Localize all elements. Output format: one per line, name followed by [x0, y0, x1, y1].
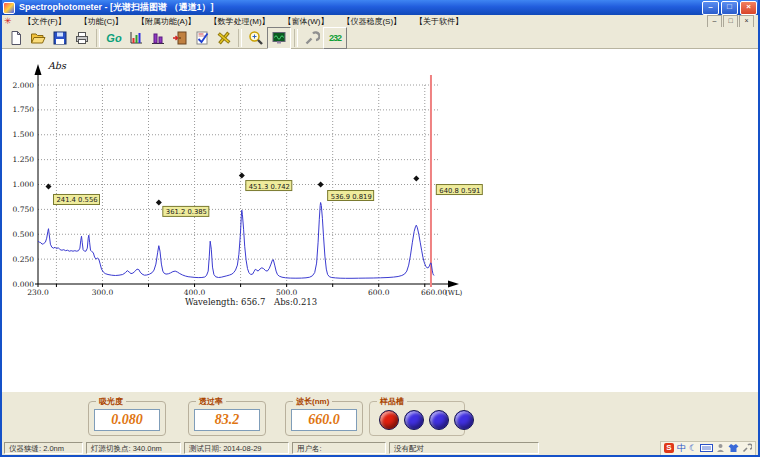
- menu-about[interactable]: 【关于软件】: [408, 16, 470, 27]
- wavelength-field: 660.0: [291, 409, 357, 431]
- zoom-magnifier-icon: [248, 30, 264, 46]
- menu-function[interactable]: 【功能(C)】: [73, 16, 130, 27]
- y-tick-label: 0.750: [13, 205, 35, 214]
- open-file-button[interactable]: [27, 28, 49, 48]
- close-button[interactable]: ×: [740, 1, 757, 15]
- wavelength-value: 660.0: [308, 412, 340, 428]
- absorbance-field: 0.080: [94, 409, 160, 431]
- status-username: 用户名:: [292, 442, 386, 454]
- save-button[interactable]: [49, 28, 71, 48]
- absorbance-value: 0.080: [111, 412, 143, 428]
- menu-auxiliary[interactable]: 【附属功能(A)】: [130, 16, 203, 27]
- language-tray: S 中 ☾: [660, 441, 756, 456]
- menu-math[interactable]: 【数学处理(M)】: [203, 16, 277, 27]
- go-icon: Go: [106, 32, 121, 44]
- mdi-child-icon: ✳: [4, 16, 12, 26]
- x-tick-label: 660.00: [421, 288, 447, 297]
- toolbar-separator: [238, 29, 242, 47]
- y-tick-label: 2.000: [13, 81, 35, 90]
- rs232-button[interactable]: 232: [323, 27, 347, 49]
- histogram-button[interactable]: [125, 28, 147, 48]
- minimize-button[interactable]: –: [702, 1, 719, 15]
- window-title: Spectrophotometer - [光谱扫描图谱 （通道1）]: [19, 1, 214, 14]
- save-floppy-icon: [52, 30, 68, 46]
- menu-instrument-stability[interactable]: 【仪器稳度(S)】: [335, 16, 408, 27]
- settings-button[interactable]: [301, 28, 323, 48]
- peak-label: 536.9 0.819: [331, 193, 372, 201]
- exit-button[interactable]: [169, 28, 191, 48]
- wavelength-label: 波长(nm): [293, 396, 332, 407]
- title-bar: Spectrophotometer - [光谱扫描图谱 （通道1）] – □ ×: [0, 0, 760, 15]
- printer-icon: [74, 30, 90, 46]
- display-button[interactable]: [267, 27, 291, 49]
- exit-door-icon: [172, 30, 188, 46]
- peak-marker: [239, 173, 245, 179]
- status-test-date: 测试日期: 2014-08-29: [184, 442, 289, 454]
- x-tick-label: 230.0: [27, 288, 49, 297]
- absorbance-label: 吸光度: [96, 396, 126, 407]
- cursor-wavelength-readout: Wavelength: 656.7: [185, 297, 265, 307]
- menu-file[interactable]: 【文件(F)】: [17, 16, 73, 27]
- print-button[interactable]: [71, 28, 93, 48]
- zoom-button[interactable]: [245, 28, 267, 48]
- rs232-icon: 232: [329, 33, 341, 43]
- histogram-icon: [128, 30, 144, 46]
- display-screen-icon: [271, 30, 287, 46]
- wrench-icon: [304, 30, 320, 46]
- sample-cell-label: 样品槽: [377, 396, 407, 407]
- spectrum-curve: [38, 203, 434, 279]
- sample-slot-4[interactable]: [454, 410, 474, 430]
- spectrum-chart: 2.0001.7501.5001.2501.0000.7500.5000.250…: [2, 49, 758, 392]
- verify-button[interactable]: [191, 28, 213, 48]
- new-file-button[interactable]: [5, 28, 27, 48]
- keyboard-icon[interactable]: [700, 443, 713, 453]
- chinese-mode-icon[interactable]: 中: [677, 443, 686, 454]
- sample-slot-1[interactable]: [379, 410, 399, 430]
- y-tick-label: 1.000: [13, 180, 35, 189]
- toolbar-separator: [96, 29, 100, 47]
- sogou-icon[interactable]: S: [664, 443, 674, 453]
- y-tick-label: 0.500: [13, 230, 35, 239]
- x-axis-arrow: [448, 281, 459, 288]
- calibration-button[interactable]: [213, 28, 235, 48]
- person-icon[interactable]: [716, 443, 725, 453]
- cursor-abs-readout: Abs:0.213: [273, 297, 317, 307]
- x-tick-label: 400.0: [184, 288, 206, 297]
- y-axis-title: Abs: [47, 60, 67, 71]
- peak-marker: [413, 176, 419, 182]
- peak-label: 241.4 0.556: [56, 196, 97, 204]
- wrench-icon[interactable]: [742, 443, 752, 453]
- peak-label: 451.3 0.742: [249, 183, 290, 191]
- status-slit: 仪器狭缝: 2.0nm: [4, 442, 83, 454]
- calibration-cross-icon: [216, 30, 232, 46]
- sample-slot-row: [379, 410, 474, 430]
- absorbance-group: 吸光度 0.080: [88, 401, 166, 436]
- bar-chart-button[interactable]: [147, 28, 169, 48]
- sample-cell-group: 样品槽: [369, 401, 465, 436]
- wavelength-group: 波长(nm) 660.0: [285, 401, 363, 436]
- restore-button[interactable]: □: [721, 1, 738, 15]
- transmittance-value: 83.2: [215, 412, 240, 428]
- menu-window[interactable]: 【窗体(W)】: [277, 16, 336, 27]
- x-tick-label: 600.0: [368, 288, 390, 297]
- bar-chart-icon: [150, 30, 166, 46]
- x-tick-label: 300.0: [92, 288, 114, 297]
- new-file-icon: [8, 30, 24, 46]
- peak-marker: [156, 199, 162, 205]
- sample-slot-2[interactable]: [404, 410, 424, 430]
- transmittance-group: 透过率 83.2: [188, 401, 266, 436]
- y-tick-label: 1.500: [13, 130, 35, 139]
- y-tick-label: 0.250: [13, 255, 35, 264]
- toolbar: Go 232: [2, 27, 758, 49]
- sample-slot-3[interactable]: [429, 410, 449, 430]
- moon-icon[interactable]: ☾: [689, 443, 697, 454]
- y-tick-label: 1.750: [13, 105, 35, 114]
- verify-check-icon: [194, 30, 210, 46]
- status-bar: 仪器狭缝: 2.0nm 灯源切换点: 340.0nm 测试日期: 2014-08…: [2, 441, 758, 455]
- chart-area: 2.0001.7501.5001.2501.0000.7500.5000.250…: [2, 49, 758, 392]
- y-axis-arrow: [35, 64, 42, 75]
- shirt-icon[interactable]: [728, 443, 739, 453]
- go-button[interactable]: Go: [103, 28, 125, 48]
- status-lamp-switch: 灯源切换点: 340.0nm: [86, 442, 181, 454]
- transmittance-label: 透过率: [196, 396, 226, 407]
